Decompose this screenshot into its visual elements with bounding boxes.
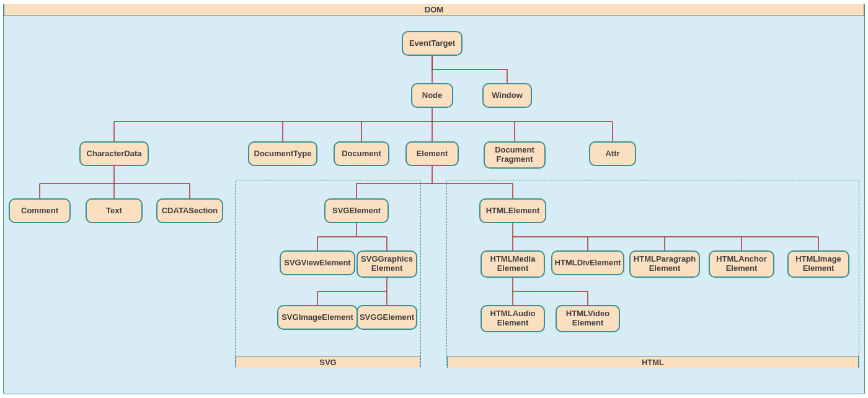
diagram-container: DOM SVG HTML [0, 0, 868, 398]
node-htmldiv: HTMLDivElement [551, 250, 624, 275]
node-htmlparagraph: HTMLParagraph Element [629, 250, 700, 278]
node-attr: Attr [589, 141, 636, 166]
node-htmlvideoelement: HTMLVideo Element [556, 305, 620, 332]
node-characterdata: CharacterData [79, 141, 149, 166]
node-eventtarget: EventTarget [402, 31, 463, 56]
edge [432, 56, 507, 83]
node-element: Element [405, 141, 459, 166]
node-window: Window [482, 83, 532, 108]
node-htmlimage: HTMLImage Element [787, 250, 849, 278]
node-text: Text [86, 198, 143, 223]
node-htmlelement: HTMLElement [479, 198, 546, 223]
node-documenttype: DocumentType [248, 141, 317, 166]
node-svgviewelement: SVGViewElement [280, 250, 355, 275]
node-svggelement: SVGGElement [356, 305, 417, 330]
node-htmlanchor: HTMLAnchor Element [709, 250, 774, 278]
node-svgimageelement: SVGImageElement [277, 305, 358, 330]
node-cdatasection: CDATASection [156, 198, 223, 223]
node-document: Document [334, 141, 389, 166]
node-comment: Comment [9, 198, 71, 223]
node-svgelement: SVGElement [324, 198, 389, 223]
node-documentfragment: Document Fragment [484, 141, 546, 169]
node-svggraphicselement: SVGGraphics Element [356, 250, 417, 278]
node-htmlmediaelement: HTMLMedia Element [480, 250, 545, 278]
node-node: Node [411, 83, 453, 108]
node-htmlaudioelement: HTMLAudio Element [480, 305, 545, 332]
